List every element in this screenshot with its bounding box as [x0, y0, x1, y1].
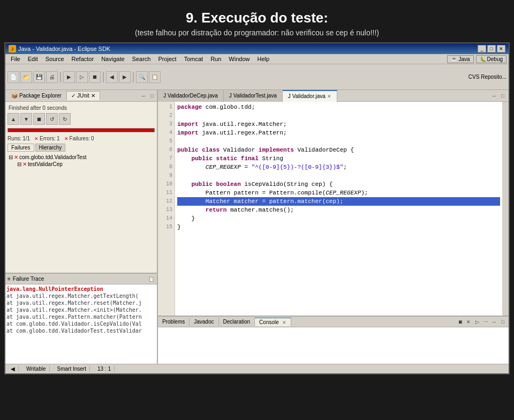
main-subtitle: (teste falhou por distração do programad… [32, 28, 482, 37]
code-line-7: public static final String [177, 154, 500, 163]
line-num-10: 10 [158, 180, 172, 189]
expand-icon: ⊟ [9, 154, 13, 160]
menu-help[interactable]: Help [254, 55, 273, 63]
close-button[interactable]: ✕ [497, 45, 505, 52]
run-debug-button[interactable]: ▶ [63, 71, 75, 83]
main-content: 📦 Package Explorer ✓ JUnit ✕ ─ □ Finishe… [5, 90, 509, 364]
back-button[interactable]: ◀ [106, 71, 118, 83]
tab-validador[interactable]: J Validador.java ✕ [283, 90, 337, 102]
code-line-15: } [177, 223, 500, 231]
bottom-min-btn[interactable]: ─ [490, 318, 498, 326]
cvs-button[interactable]: 📋 [149, 71, 161, 83]
panel-tab-controls: ─ □ [140, 92, 156, 100]
junit-stop-btn[interactable]: ⏹ [33, 113, 45, 125]
menu-edit[interactable]: Edit [25, 55, 41, 63]
menu-source[interactable]: Source [42, 55, 67, 63]
java-perspective-label: Java [458, 56, 470, 62]
declaration-tab[interactable]: Declaration [219, 318, 255, 326]
print-button[interactable]: 🖨 [46, 71, 58, 83]
cvs-repos-label: CVS Reposito... [468, 74, 507, 80]
open-button[interactable]: 📂 [20, 71, 32, 83]
code-line-14: } [177, 214, 500, 223]
junit-next-btn[interactable]: ▼ [20, 113, 32, 125]
hierarchy-view-tab[interactable]: Hierarchy [35, 144, 66, 152]
save-button[interactable]: 💾 [33, 71, 45, 83]
junit-rerun-btn[interactable]: ↺ [46, 113, 58, 125]
search-button[interactable]: 🔍 [136, 71, 148, 83]
tab-validadortest[interactable]: J ValidadorTest.java [224, 90, 283, 102]
menu-window[interactable]: Window [225, 55, 253, 63]
title-bar-controls[interactable]: _ □ ✕ [478, 45, 505, 52]
maximize-button[interactable]: □ [487, 45, 496, 52]
package-explorer-tab[interactable]: 📦 Package Explorer [6, 91, 66, 100]
menu-project[interactable]: Project [155, 55, 179, 63]
java-file-icon-2: J [229, 93, 232, 99]
code-line-2 [177, 111, 500, 120]
errors-label: Errors: [40, 136, 56, 141]
problems-tab[interactable]: Problems [158, 318, 190, 326]
bottom-toolbar-btn-2[interactable]: ✕ [465, 318, 472, 326]
code-content[interactable]: package com.globo.tdd; import java.util.… [175, 102, 502, 316]
junit-close-icon[interactable]: ✕ [91, 93, 95, 99]
javadoc-tab[interactable]: Javadoc [190, 318, 218, 326]
runs-value: 1/1 [22, 136, 30, 141]
tab-validadortest-label: ValidadorTest.java [233, 93, 277, 99]
test-fail-icon: ✕ [14, 154, 18, 160]
minimize-button[interactable]: _ [478, 45, 486, 52]
code-line-9 [177, 171, 500, 180]
stop-button[interactable]: ⏹ [89, 71, 101, 83]
menu-refactor[interactable]: Refactor [69, 55, 97, 63]
line-num-7: 7 [158, 154, 172, 163]
menu-navigate[interactable]: Navigate [98, 55, 127, 63]
junit-label: JUnit [77, 93, 89, 99]
bottom-toolbar-btn-1[interactable]: ⏹ [456, 318, 464, 326]
bottom-toolbar-btn-4[interactable]: ⋯ [482, 318, 489, 326]
code-scrollbar[interactable] [502, 102, 509, 316]
line-num-5: 5 [158, 137, 172, 146]
junit-rerun-fail-btn[interactable]: ↻ [59, 113, 71, 125]
menu-run[interactable]: Run [207, 55, 224, 63]
editor-min-btn[interactable]: ─ [490, 92, 498, 100]
failures-view-tab[interactable]: Failures [7, 144, 34, 152]
code-line-12: Matcher matcher = pattern.matcher(cep); [177, 197, 500, 206]
new-button[interactable]: 📄 [7, 71, 19, 83]
test-method-item[interactable]: ⊟ ✕ testValidarCep [9, 161, 154, 168]
editor-area: 1 2 3 4 5 6 7 8 9 10 11 12 13 14 15 [158, 102, 509, 316]
run-button[interactable]: ▷ [76, 71, 88, 83]
main-title: 9. Execução do teste: [32, 10, 482, 26]
test-class-item[interactable]: ⊟ ✕ com.globo.tdd.ValidadorTest [9, 154, 154, 161]
bottom-tabs: Problems Javadoc Declaration Console ✕ ⏹… [158, 317, 509, 327]
tab-close-icon[interactable]: ✕ [327, 94, 331, 99]
editor-tab-controls: ─ □ [490, 92, 509, 100]
failure-trace-header: ≡ Failure Trace 📋 [5, 274, 157, 284]
bottom-panel: Problems Javadoc Declaration Console ✕ ⏹… [158, 316, 509, 364]
panel-min-btn[interactable]: ─ [140, 92, 147, 100]
line-num-4: 4 [158, 129, 172, 137]
console-close-icon[interactable]: ✕ [282, 320, 286, 325]
junit-prev-btn[interactable]: ▲ [7, 113, 19, 125]
menu-tomcat[interactable]: Tomcat [181, 55, 206, 63]
debug-perspective[interactable]: 🐛 Debug [476, 55, 507, 63]
trace-controls: 📋 [147, 275, 155, 283]
editor-max-btn[interactable]: □ [499, 92, 507, 100]
java-perspective[interactable]: ☕ Java [447, 55, 473, 63]
window-icon: J [9, 45, 16, 52]
failure-trace-content: java.lang.NullPointerException at java.u… [5, 284, 157, 364]
window-title: Java - Validador.java - Eclipse SDK [18, 46, 110, 52]
bottom-content [158, 327, 509, 364]
junit-status: Finished after 0 seconds [7, 104, 155, 112]
trace-copy-btn[interactable]: 📋 [147, 275, 155, 283]
forward-button[interactable]: ▶ [119, 71, 131, 83]
console-tab[interactable]: Console ✕ [255, 318, 291, 326]
menu-file[interactable]: File [7, 55, 24, 63]
trace-line-2: at java.util.regex.Matcher.reset(Matcher… [6, 299, 156, 306]
junit-stats: Runs: 1/1 ✕ Errors: 1 ✕ Failures: 0 [7, 134, 155, 142]
panel-max-btn[interactable]: □ [148, 92, 156, 100]
code-line-5 [177, 137, 500, 146]
menu-search[interactable]: Search [129, 55, 154, 63]
junit-tab[interactable]: ✓ JUnit ✕ [66, 91, 100, 100]
nav-prev[interactable]: ◀ [7, 366, 19, 372]
bottom-toolbar-btn-3[interactable]: ▷ [473, 318, 481, 326]
tab-validadordecep[interactable]: J ValidadorDeCep.java [158, 90, 224, 102]
bottom-max-btn[interactable]: □ [499, 318, 507, 326]
